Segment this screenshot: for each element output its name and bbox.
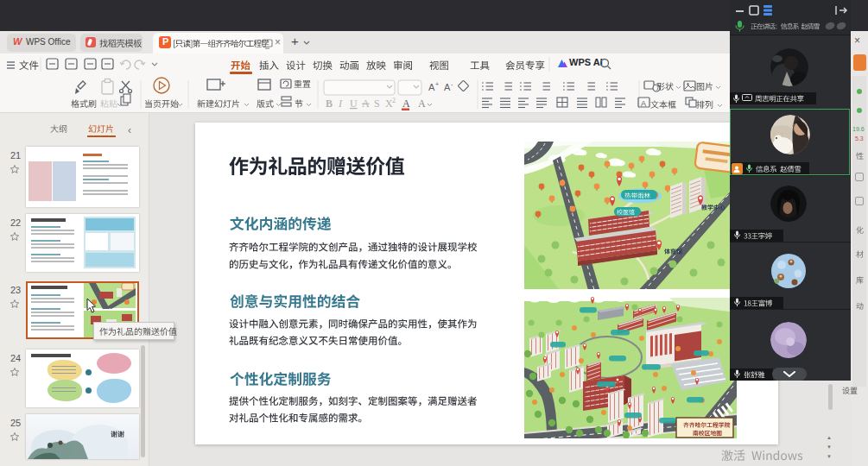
svg-text:S: S bbox=[374, 98, 380, 110]
svg-text:A: A bbox=[641, 99, 646, 108]
svg-text:2: 2 bbox=[392, 97, 396, 104]
svg-text:+: + bbox=[435, 81, 439, 87]
svg-text:B: B bbox=[326, 98, 333, 110]
svg-text:A: A bbox=[362, 98, 370, 110]
svg-text:U: U bbox=[350, 98, 358, 110]
svg-text:A: A bbox=[402, 98, 410, 110]
svg-text:A: A bbox=[428, 82, 435, 92]
svg-text:-: - bbox=[451, 81, 453, 87]
svg-text:A: A bbox=[444, 82, 451, 92]
svg-text:A: A bbox=[418, 98, 426, 110]
svg-text:I: I bbox=[338, 98, 343, 110]
